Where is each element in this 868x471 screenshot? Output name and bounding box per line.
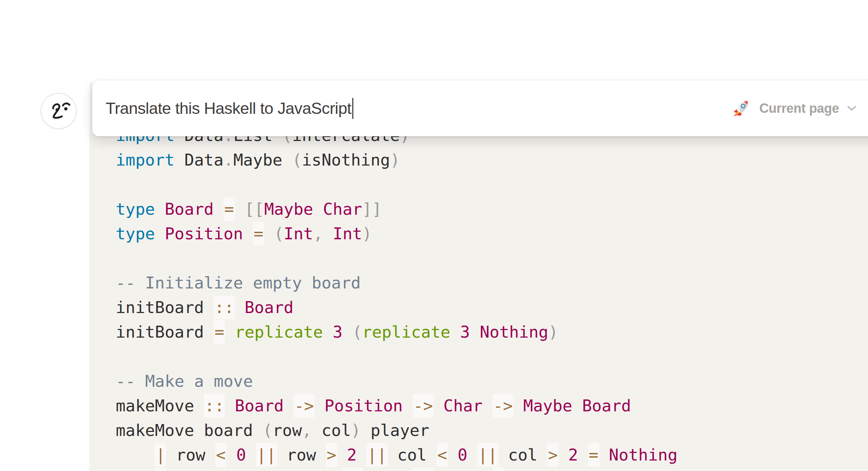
scope-selector[interactable]: Current page — [731, 80, 858, 136]
ai-prompt-text: Translate this Haskell to JavaScript — [106, 99, 352, 118]
chevron-down-icon — [846, 104, 858, 112]
code-line: | row < 0 || row > 2 || col < 0 || col >… — [116, 443, 677, 467]
text-caret — [352, 98, 353, 119]
notion-ai-face-icon — [41, 94, 76, 128]
code-line: makeMove board (row, col) player — [116, 418, 677, 443]
haskell-code: import Data.List (intercalate)import Dat… — [116, 123, 677, 471]
ai-prompt-card: Translate this Haskell to JavaScript — [92, 80, 868, 136]
code-line: initBoard :: Board — [116, 295, 677, 320]
code-line — [116, 344, 677, 369]
code-line — [116, 246, 677, 271]
code-line: type Board = [[Maybe Char]] — [116, 197, 677, 222]
code-line: -- Initialize empty board — [116, 271, 677, 295]
rocket-icon — [731, 99, 750, 118]
code-line — [116, 172, 677, 197]
code-line: -- Make a move — [116, 369, 677, 394]
code-line: initBoard = replicate 3 (replicate 3 Not… — [116, 320, 677, 344]
code-block[interactable]: import Data.List (intercalate)import Dat… — [89, 82, 868, 471]
ai-face-button[interactable] — [41, 94, 76, 128]
code-line: makeMove :: Board -> Position -> Char ->… — [116, 394, 677, 418]
scope-selector-label: Current page — [760, 101, 839, 116]
code-line: import Data.Maybe (isNothing) — [116, 148, 677, 172]
code-lines: import Data.List (intercalate)import Dat… — [116, 123, 677, 471]
code-line: type Position = (Int, Int) — [116, 222, 677, 246]
code-line: | isNothing (board !! row !! col) = Just… — [116, 467, 677, 471]
notion-ai-prompt-screen: import Data.List (intercalate)import Dat… — [0, 0, 868, 471]
